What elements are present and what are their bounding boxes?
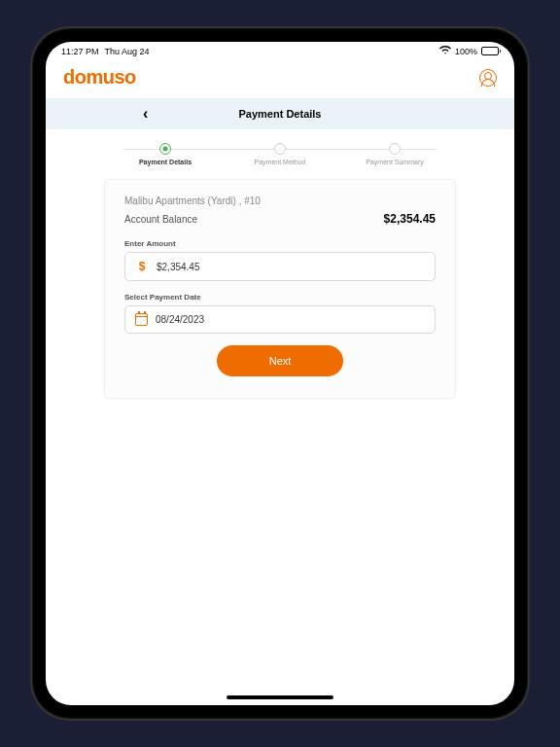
next-button[interactable]: Next xyxy=(217,345,344,376)
app-header: domuso xyxy=(46,58,514,98)
payment-card: Malibu Apartments (Yardi) , #10 Account … xyxy=(104,179,456,399)
battery-icon xyxy=(481,47,499,55)
balance-row: Account Balance $2,354.45 xyxy=(124,212,436,226)
status-time: 11:27 PM xyxy=(61,47,99,56)
date-label: Select Payment Date xyxy=(124,293,436,302)
status-bar: 11:27 PM Thu Aug 24 100% xyxy=(46,42,514,58)
status-date: Thu Aug 24 xyxy=(105,47,150,56)
content-area: Payment Details Payment Method Payment S… xyxy=(46,129,514,695)
step-label: Payment Summary xyxy=(366,159,424,165)
tablet-frame: 11:27 PM Thu Aug 24 100% domuso ‹ Paymen… xyxy=(32,28,528,719)
step-payment-details[interactable]: Payment Details xyxy=(108,143,223,165)
calendar-icon xyxy=(135,313,148,326)
step-circle-icon xyxy=(274,143,286,155)
amount-input-wrapper[interactable]: $ xyxy=(124,252,436,281)
step-circle-icon xyxy=(389,143,401,155)
profile-icon[interactable] xyxy=(479,69,497,87)
home-indicator[interactable] xyxy=(227,695,333,699)
status-left: 11:27 PM Thu Aug 24 xyxy=(61,47,150,56)
step-label: Payment Details xyxy=(139,159,192,165)
app-logo[interactable]: domuso xyxy=(63,66,136,89)
step-label: Payment Method xyxy=(255,159,306,165)
wifi-icon xyxy=(439,46,451,56)
amount-input[interactable] xyxy=(157,262,425,272)
date-input-wrapper[interactable] xyxy=(124,305,436,334)
step-circle-icon xyxy=(159,143,171,155)
balance-amount: $2,354.45 xyxy=(384,212,436,226)
step-payment-method[interactable]: Payment Method xyxy=(223,143,337,165)
balance-label: Account Balance xyxy=(124,214,197,225)
page-title: Payment Details xyxy=(61,108,499,120)
property-name: Malibu Apartments (Yardi) , #10 xyxy=(124,196,436,206)
progress-stepper: Payment Details Payment Method Payment S… xyxy=(104,143,456,165)
step-payment-summary[interactable]: Payment Summary xyxy=(337,143,452,165)
amount-label: Enter Amount xyxy=(124,239,436,248)
back-button[interactable]: ‹ xyxy=(143,105,148,123)
screen: 11:27 PM Thu Aug 24 100% domuso ‹ Paymen… xyxy=(46,42,514,705)
date-input[interactable] xyxy=(156,314,425,325)
battery-percent: 100% xyxy=(455,47,477,56)
status-right: 100% xyxy=(439,46,499,56)
page-header: ‹ Payment Details xyxy=(46,98,514,129)
dollar-icon: $ xyxy=(135,260,149,273)
